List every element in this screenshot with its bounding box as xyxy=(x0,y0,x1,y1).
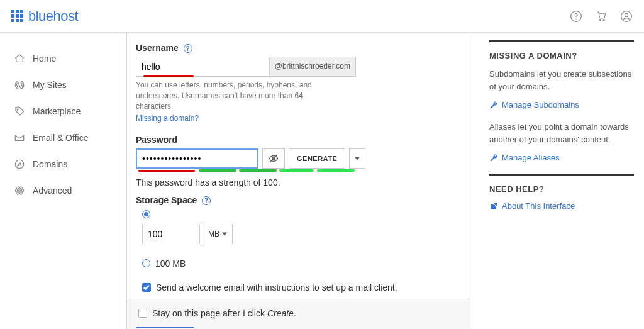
external-link-icon xyxy=(489,202,498,211)
content-area: Username ? @brittnischroeder.com You can… xyxy=(116,33,644,329)
svg-rect-8 xyxy=(15,135,24,141)
mail-icon xyxy=(14,132,25,143)
username-label: Username ? xyxy=(136,43,461,53)
wrench-icon xyxy=(489,153,498,162)
password-strength-bar xyxy=(136,170,362,174)
missing-domain-link[interactable]: Missing a domain? xyxy=(136,114,199,123)
sidebar-item-label: Domains xyxy=(33,159,67,169)
sidebar-item-label: Marketplace xyxy=(33,106,80,116)
stay-on-page-label: Stay on this page after I click Create. xyxy=(152,308,296,318)
svg-point-5 xyxy=(625,13,628,16)
sidebar-item-marketplace[interactable]: Marketplace xyxy=(0,98,116,125)
help-icon[interactable]: ? xyxy=(202,196,211,205)
password-input[interactable] xyxy=(136,148,258,169)
sidebar-item-label: Email & Office xyxy=(33,133,88,143)
domain-suffix: @brittnischroeder.com xyxy=(269,57,356,77)
sidebar-item-label: My Sites xyxy=(33,80,67,90)
brand-logo[interactable]: bluehost xyxy=(11,8,78,25)
annotation-underline xyxy=(143,75,194,77)
welcome-email-label: Send a welcome email with instructions t… xyxy=(156,282,397,293)
toggle-visibility-button[interactable] xyxy=(262,148,285,169)
storage-fixed-label: 100 MB xyxy=(155,259,186,269)
password-row: GENERATE xyxy=(136,148,362,169)
svg-point-10 xyxy=(19,190,21,192)
aside-alias-text: Aliases let you point a domain towards a… xyxy=(489,121,634,145)
cart-icon[interactable] xyxy=(595,10,608,23)
top-icons xyxy=(570,10,633,23)
storage-value-input[interactable] xyxy=(142,225,200,243)
help-icon[interactable] xyxy=(570,10,582,23)
form-footer: Stay on this page after I click Create. … xyxy=(127,299,470,329)
svg-point-3 xyxy=(603,19,604,20)
about-interface-link[interactable]: About This Interface xyxy=(489,201,634,211)
welcome-email-row: Send a welcome email with instructions t… xyxy=(142,282,461,293)
sidebar-item-label: Advanced xyxy=(33,186,72,196)
aside-help-title: NEED HELP? xyxy=(489,174,634,194)
password-strength-text: This password has a strength of 100. xyxy=(136,177,461,187)
caret-down-icon xyxy=(355,155,360,162)
caret-down-icon xyxy=(222,232,227,236)
brand-text: bluehost xyxy=(28,8,78,25)
storage-label: Storage Space ? xyxy=(136,195,461,205)
aside-missing-title: MISSING A DOMAIN? xyxy=(489,40,634,60)
manage-subdomains-link[interactable]: Manage Subdomains xyxy=(489,100,634,109)
home-icon xyxy=(14,53,25,64)
username-input-group: @brittnischroeder.com xyxy=(136,57,356,77)
sidebar-item-advanced[interactable]: Advanced xyxy=(0,177,116,204)
sidebar-item-label: Home xyxy=(33,53,56,64)
svg-point-1 xyxy=(575,18,576,19)
storage-custom-row: MB xyxy=(142,225,243,243)
manage-aliases-link[interactable]: Manage Aliases xyxy=(489,153,634,162)
username-hint: You can use letters, numbers, periods, h… xyxy=(136,80,325,111)
compass-icon xyxy=(14,159,25,170)
brand-grid-icon xyxy=(11,10,23,22)
svg-point-11 xyxy=(15,189,24,192)
profile-icon[interactable] xyxy=(620,10,633,23)
sidebar-item-home[interactable]: Home xyxy=(0,45,116,72)
stay-on-page-row: Stay on this page after I click Create. xyxy=(138,308,461,318)
tag-icon xyxy=(14,106,25,117)
wrench-icon xyxy=(489,101,498,109)
storage-unit-select[interactable]: MB xyxy=(203,225,233,243)
right-sidebar: MISSING A DOMAIN? Subdomains let you cre… xyxy=(489,33,634,329)
help-icon[interactable]: ? xyxy=(184,44,192,53)
atom-icon xyxy=(14,185,25,196)
stay-on-page-checkbox[interactable] xyxy=(138,309,147,318)
storage-radio-fixed[interactable] xyxy=(142,259,150,267)
sidebar-item-mysites[interactable]: My Sites xyxy=(0,72,116,98)
svg-point-2 xyxy=(599,19,601,20)
sidebar: Home My Sites Marketplace Email & Office… xyxy=(0,33,116,329)
top-bar: bluehost xyxy=(0,0,644,33)
welcome-email-checkbox[interactable] xyxy=(142,283,151,292)
svg-point-7 xyxy=(17,109,18,110)
password-label: Password xyxy=(136,135,461,145)
storage-radio-custom[interactable] xyxy=(142,210,150,218)
generate-dropdown-button[interactable] xyxy=(349,148,365,169)
generate-button[interactable]: GENERATE xyxy=(289,148,345,169)
email-create-form: Username ? @brittnischroeder.com You can… xyxy=(126,33,470,329)
wordpress-icon xyxy=(14,79,25,91)
svg-point-9 xyxy=(15,160,24,169)
username-input[interactable] xyxy=(136,57,269,77)
eye-off-icon xyxy=(268,153,279,164)
sidebar-item-email[interactable]: Email & Office xyxy=(0,125,116,151)
check-icon xyxy=(143,284,150,291)
aside-subdomain-text: Subdomains let you create subsections of… xyxy=(489,68,634,92)
storage-radio-fixed-row: 100 MB xyxy=(142,259,461,269)
sidebar-item-domains[interactable]: Domains xyxy=(0,151,116,177)
